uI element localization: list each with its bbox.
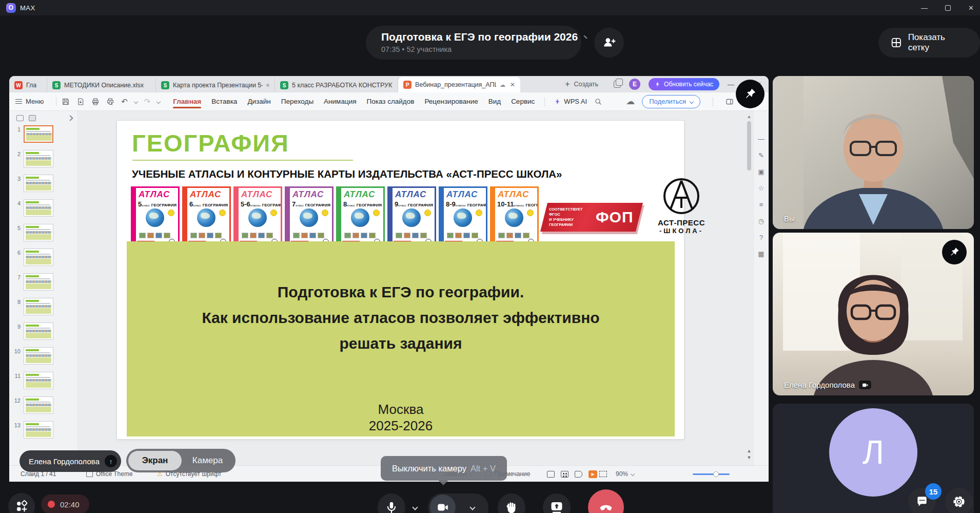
wps-ai-button[interactable]: WPS AI: [554, 98, 587, 105]
slide-thumbnail-row[interactable]: 12: [9, 396, 77, 414]
show-grid-button[interactable]: Показать сетку: [878, 28, 980, 58]
menu-item[interactable]: Сервис: [506, 93, 539, 109]
microphone-options-button[interactable]: [407, 500, 423, 513]
slide-thumbnail-row[interactable]: 2: [9, 150, 77, 167]
slide-thumbnail-row[interactable]: 10: [9, 347, 77, 365]
microphone-button[interactable]: [378, 493, 405, 513]
maximize-button[interactable]: [945, 5, 951, 11]
wps-minimize-button[interactable]: —: [728, 81, 734, 88]
wps-document-tab[interactable]: W Гла ☁ ✕: [9, 78, 47, 92]
edit-icon[interactable]: ✎: [758, 152, 764, 159]
slide-thumbnail[interactable]: [24, 421, 53, 439]
slide-thumbnail-row[interactable]: 3: [9, 175, 77, 192]
print-preview-icon[interactable]: [106, 98, 114, 106]
raise-hand-button[interactable]: [498, 493, 525, 513]
fit-slide-icon[interactable]: [599, 466, 607, 482]
meeting-title-pill[interactable]: Подготовка к ЕГЭ по географии 2026 07:35…: [366, 26, 581, 60]
pin-screen-button[interactable]: [736, 80, 765, 108]
menu-item[interactable]: Вставка: [207, 93, 242, 109]
settings-button[interactable]: [945, 488, 973, 513]
slide-thumbnail[interactable]: [24, 175, 53, 192]
quickbar-dropdown-icon[interactable]: [156, 99, 161, 103]
window-switch-icon[interactable]: [614, 81, 621, 88]
undo-dropdown-icon[interactable]: [133, 99, 138, 103]
slide-thumbnail-row[interactable]: 13: [9, 421, 77, 439]
outline-view-icon[interactable]: [16, 115, 24, 121]
video-tile-elena[interactable]: Елена Гордополова: [773, 233, 974, 395]
slide-thumbnail-row[interactable]: 7: [9, 273, 77, 291]
panel-toggle-icon[interactable]: [726, 98, 734, 106]
normal-view-icon[interactable]: [547, 471, 555, 478]
slide-thumbnail[interactable]: [24, 298, 53, 315]
account-avatar[interactable]: E: [629, 79, 640, 90]
menu-item[interactable]: Рецензирование: [420, 93, 482, 109]
slide-thumbnail[interactable]: [24, 322, 53, 340]
canvas-scrollbar[interactable]: ▲ ▲ ▼: [746, 113, 752, 461]
wps-menu-button[interactable]: Меню: [15, 98, 44, 105]
undo-icon[interactable]: ↶: [121, 97, 128, 106]
menu-item[interactable]: Вид: [484, 93, 505, 109]
close-tab-icon[interactable]: ✕: [509, 81, 515, 88]
slide-thumbnail[interactable]: [24, 199, 53, 217]
history-icon[interactable]: ◷: [758, 218, 764, 224]
menu-item[interactable]: Показ слайдов: [362, 93, 419, 109]
slide-thumbnail[interactable]: [24, 224, 53, 241]
apps-button[interactable]: [8, 493, 35, 513]
slide-thumbnail-row[interactable]: 1: [9, 125, 77, 143]
slide-thumbnail[interactable]: [24, 347, 53, 365]
close-button[interactable]: ✕: [968, 4, 974, 12]
wps-document-tab[interactable]: S Карта проекта Презентации 5-6 ☁ ✕: [156, 78, 275, 92]
save-icon[interactable]: [62, 98, 70, 106]
end-call-button[interactable]: [588, 489, 624, 513]
scrollbar-thumb[interactable]: [747, 121, 751, 170]
search-icon[interactable]: [594, 98, 602, 106]
grid-icon[interactable]: ▦: [758, 251, 764, 257]
wps-document-tab[interactable]: P Вебинар_презентация_АПШ ☁ ✕: [398, 77, 520, 92]
print-icon[interactable]: [91, 98, 100, 106]
slide-thumbnail-row[interactable]: 6: [9, 249, 77, 266]
slide-thumbnail[interactable]: [24, 396, 53, 414]
wps-document-tab[interactable]: S 5 класс РАЗРАБОТКА КОНСТРУКТО ☁ ✕: [275, 78, 398, 92]
share-screen-button[interactable]: [543, 493, 571, 513]
star-icon[interactable]: ☆: [758, 185, 765, 192]
frames-icon[interactable]: ▣: [758, 168, 764, 175]
tab-screen[interactable]: Экран: [128, 451, 182, 470]
menu-item[interactable]: Главная: [168, 93, 206, 109]
export-icon[interactable]: [76, 98, 85, 106]
zoom-slider[interactable]: [693, 466, 730, 482]
unpin-participant-button[interactable]: [942, 240, 967, 264]
zoom-level[interactable]: 90%: [616, 466, 634, 482]
next-slide-button[interactable]: ▼: [746, 454, 752, 461]
menu-item[interactable]: Дизайн: [243, 93, 275, 109]
share-document-button[interactable]: Поделиться: [642, 95, 700, 108]
help-icon[interactable]: ?: [759, 234, 763, 241]
collapse-icon[interactable]: —: [758, 136, 765, 142]
slide-thumbnail[interactable]: [24, 372, 53, 389]
slide-thumbnail[interactable]: [24, 150, 53, 167]
tab-camera[interactable]: Камера: [182, 455, 233, 466]
menu-item[interactable]: Переходы: [277, 93, 318, 109]
slide-view-icon[interactable]: [29, 115, 36, 121]
slide-sorter-icon[interactable]: [561, 471, 569, 478]
slide-thumbnail-row[interactable]: 9: [9, 322, 77, 340]
scroll-up-icon[interactable]: ▲: [746, 113, 752, 120]
prev-slide-button[interactable]: ▲: [746, 448, 752, 454]
tune-icon[interactable]: ≡: [759, 201, 763, 208]
camera-options-button[interactable]: [465, 500, 480, 513]
update-now-button[interactable]: Обновить сейчас: [649, 78, 719, 90]
collapse-panel-icon[interactable]: [67, 115, 73, 121]
cloud-status-icon[interactable]: ☁: [626, 96, 635, 107]
menu-item[interactable]: Анимация: [319, 93, 361, 109]
slide-thumbnail-row[interactable]: 11: [9, 372, 77, 389]
wps-document-tab[interactable]: S МЕТОДИКИ Описание.xlsx ☁ ✕: [47, 78, 156, 92]
new-document-button[interactable]: + Создать: [558, 77, 605, 91]
slide-thumbnail-row[interactable]: 5: [9, 224, 77, 241]
slide-thumbnail-row[interactable]: 4: [9, 199, 77, 217]
slideshow-play-icon[interactable]: ▶: [589, 470, 597, 478]
slide-thumbnail-row[interactable]: 8: [9, 298, 77, 315]
reading-view-icon[interactable]: [575, 471, 582, 478]
video-tile-third[interactable]: Л: [773, 404, 974, 513]
add-participant-button[interactable]: [594, 28, 624, 58]
video-tile-you[interactable]: Вы: [773, 76, 974, 229]
slide-thumbnail[interactable]: [24, 249, 53, 266]
